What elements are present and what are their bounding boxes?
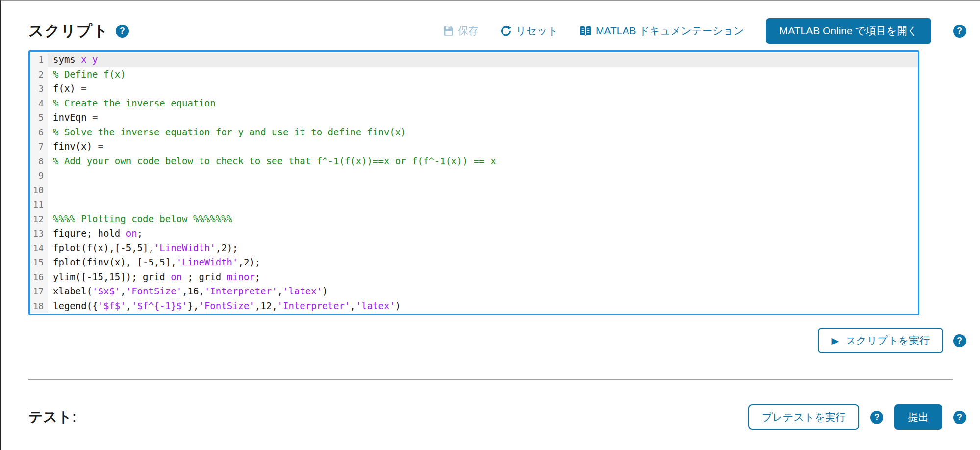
line-number: 1: [30, 53, 48, 67]
open-in-matlab-online-button[interactable]: MATLAB Online で項目を開く: [766, 18, 931, 44]
run-script-button[interactable]: ▶ スクリプトを実行: [818, 328, 943, 353]
code-text: f(x) =: [48, 81, 918, 96]
code-line[interactable]: 17xlabel('$x$','FontSize',16,'Interprete…: [30, 284, 918, 299]
help-icon[interactable]: ?: [953, 25, 966, 38]
tests-section: テスト: プレテストを実行 ? 提出 ?: [28, 404, 966, 430]
code-text: finv(x) =: [48, 139, 918, 154]
code-text: xlabel('$x$','FontSize',16,'Interpreter'…: [48, 284, 918, 299]
save-button[interactable]: 保存: [443, 24, 478, 38]
code-text: syms x y: [48, 53, 918, 67]
line-number: 13: [30, 226, 48, 241]
code-text: fplot(f(x),[-5,5],'LineWidth',2);: [48, 241, 918, 256]
page: スクリプト ? 保存: [1, 1, 980, 430]
code-text: % Add your own code below to check to se…: [48, 154, 918, 169]
code-text: % Define f(x): [48, 67, 918, 82]
code-line[interactable]: 13figure; hold on;: [30, 226, 918, 241]
run-script-label: スクリプトを実行: [846, 334, 930, 347]
code-text: fplot(finv(x), [-5,5],'LineWidth',2);: [48, 255, 918, 270]
code-text: legend({'$f$','$f^{-1}$'},'FontSize',12,…: [48, 299, 918, 314]
save-icon: [443, 26, 454, 36]
code-line[interactable]: 11: [30, 197, 918, 212]
code-line[interactable]: 2% Define f(x): [30, 67, 918, 82]
code-line[interactable]: 6% Solve the inverse equation for y and …: [30, 125, 918, 140]
tests-heading: テスト:: [28, 407, 77, 427]
code-text: figure; hold on;: [48, 226, 918, 241]
line-number: 16: [30, 270, 48, 285]
code-line[interactable]: 3f(x) =: [30, 81, 918, 96]
page-title: スクリプト: [28, 21, 109, 41]
book-icon: [579, 25, 592, 37]
line-number: 5: [30, 110, 48, 125]
code-line[interactable]: 7finv(x) =: [30, 139, 918, 154]
matlab-docs-label: MATLAB ドキュメンテーション: [596, 24, 744, 38]
tests-actions: プレテストを実行 ? 提出 ?: [748, 404, 966, 430]
code-line[interactable]: 18legend({'$f$','$f^{-1}$'},'FontSize',1…: [30, 299, 918, 314]
code-text: %%%% Plotting code below %%%%%%%: [48, 212, 918, 227]
code-line[interactable]: 16ylim([-15,15]); grid on ; grid minor;: [30, 270, 918, 285]
line-number: 7: [30, 139, 48, 154]
run-script-row: ▶ スクリプトを実行 ?: [28, 328, 966, 353]
play-icon: ▶: [831, 336, 839, 345]
code-line[interactable]: 8% Add your own code below to check to s…: [30, 154, 918, 169]
line-number: 17: [30, 284, 48, 299]
line-number: 18: [30, 299, 48, 314]
header: スクリプト ? 保存: [28, 1, 966, 50]
run-pretest-button[interactable]: プレテストを実行: [748, 404, 859, 430]
code-text: invEqn =: [48, 110, 918, 125]
code-text: [48, 197, 918, 212]
line-number: 3: [30, 81, 48, 96]
toolbar: 保存 リセット: [443, 18, 966, 44]
submit-button[interactable]: 提出: [894, 404, 942, 430]
reset-label: リセット: [516, 24, 558, 38]
code-text: [48, 168, 918, 183]
help-icon[interactable]: ?: [953, 334, 966, 347]
help-icon[interactable]: ?: [870, 411, 883, 424]
script-code-editor[interactable]: 1syms x y2% Define f(x)3f(x) =4% Create …: [28, 50, 919, 315]
code-line[interactable]: 1syms x y: [30, 53, 918, 67]
section-divider: [28, 379, 953, 380]
help-icon[interactable]: ?: [116, 25, 129, 38]
code-text: ylim([-15,15]); grid on ; grid minor;: [48, 270, 918, 285]
line-number: 15: [30, 255, 48, 270]
code-text: % Create the inverse equation: [48, 96, 918, 111]
line-number: 6: [30, 125, 48, 140]
line-number: 9: [30, 168, 48, 183]
save-label: 保存: [458, 24, 478, 38]
matlab-docs-link[interactable]: MATLAB ドキュメンテーション: [579, 24, 744, 38]
reset-button[interactable]: リセット: [500, 24, 558, 38]
help-icon[interactable]: ?: [953, 411, 966, 424]
line-number: 11: [30, 197, 48, 212]
line-number: 10: [30, 183, 48, 198]
code-line[interactable]: 5invEqn =: [30, 110, 918, 125]
code-line[interactable]: 12%%%% Plotting code below %%%%%%%: [30, 212, 918, 227]
code-line[interactable]: 14fplot(f(x),[-5,5],'LineWidth',2);: [30, 241, 918, 256]
code-line[interactable]: 10: [30, 183, 918, 198]
line-number: 12: [30, 212, 48, 227]
code-line[interactable]: 4% Create the inverse equation: [30, 96, 918, 111]
code-text: [48, 183, 918, 198]
code-line[interactable]: 9: [30, 168, 918, 183]
line-number: 2: [30, 67, 48, 82]
code-text: % Solve the inverse equation for y and u…: [48, 125, 918, 140]
code-line[interactable]: 15fplot(finv(x), [-5,5],'LineWidth',2);: [30, 255, 918, 270]
line-number: 8: [30, 154, 48, 169]
line-number: 14: [30, 241, 48, 256]
reset-icon: [500, 25, 512, 37]
line-number: 4: [30, 96, 48, 111]
